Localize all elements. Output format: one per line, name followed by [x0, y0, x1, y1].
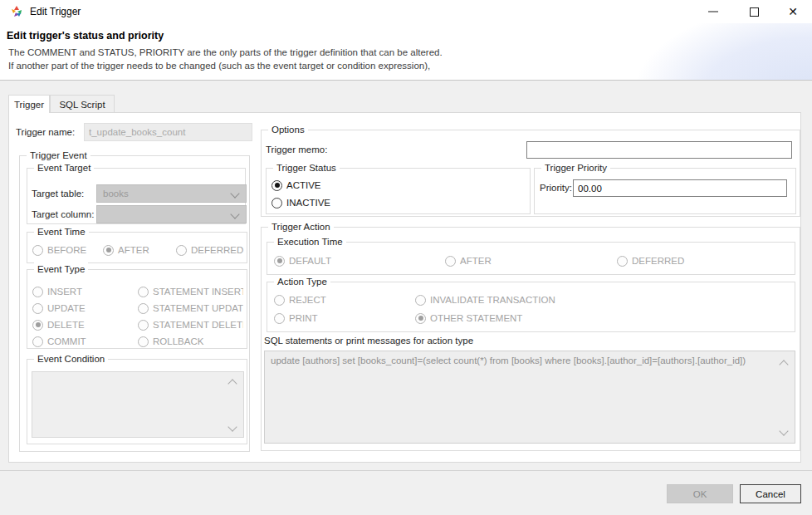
target-table-select[interactable]: books	[96, 184, 247, 203]
radio-label: ROLLBACK	[153, 336, 203, 346]
tab-sql-script[interactable]: SQL Script	[50, 95, 115, 113]
header-description-line2: If another part of the trigger needs to …	[8, 61, 430, 71]
event-target-group-title: Event Target	[34, 161, 94, 174]
dialog-header: Edit trigger's status and priority The C…	[0, 23, 812, 81]
edit-trigger-dialog: Edit Trigger ✕ Edit trigger's status and…	[0, 0, 812, 515]
radio-circle	[138, 303, 149, 314]
radio-label: UPDATE	[47, 303, 86, 313]
scroll-down-icon[interactable]	[779, 426, 788, 435]
radio-label: DEFERRED	[191, 245, 243, 255]
trigger-action-group-title: Trigger Action	[268, 220, 334, 233]
sql-statements-textarea[interactable]: update [authors] set [books_count]=(sele…	[264, 351, 795, 444]
event-time-group-title: Event Time	[34, 225, 89, 238]
radio-label: BEFORE	[47, 245, 86, 255]
radio-label: AFTER	[118, 245, 149, 255]
radio-event-type-update[interactable]: UPDATE	[32, 302, 86, 315]
window-title: Edit Trigger	[30, 0, 81, 23]
target-column-select[interactable]	[96, 205, 247, 223]
options-group: Options Trigger memo: Trigger Status ACT…	[261, 130, 800, 217]
radio-circle	[271, 198, 282, 208]
trigger-status-group: Trigger Status ACTIVE INACTIVE	[266, 168, 531, 214]
radio-execution-deferred[interactable]: DEFERRED	[617, 254, 684, 267]
radio-label: ACTIVE	[286, 180, 321, 190]
radio-action-other-statement[interactable]: OTHER STATEMENT	[415, 311, 522, 325]
close-icon: ✕	[788, 6, 798, 17]
radio-circle	[617, 256, 628, 267]
execution-time-group: Execution Time DEFAULT AFTER DEFERRED	[267, 242, 795, 275]
radio-action-reject[interactable]: REJECT	[274, 293, 326, 307]
radio-circle	[274, 313, 285, 324]
radio-event-type-commit[interactable]: COMMIT	[32, 335, 86, 348]
chevron-down-icon	[230, 189, 239, 198]
ok-button-label: OK	[693, 489, 707, 499]
chevron-down-icon	[230, 209, 239, 218]
radio-circle	[415, 313, 426, 324]
radio-circle	[138, 320, 149, 331]
event-type-group: Event Type INSERT UPDATE DELETE COMMIT	[27, 269, 247, 349]
radio-label: REJECT	[289, 295, 326, 305]
radio-circle	[271, 180, 282, 191]
event-condition-textarea[interactable]	[32, 371, 244, 438]
radio-circle	[445, 256, 456, 267]
cancel-button[interactable]: Cancel	[740, 484, 801, 503]
radio-circle	[32, 320, 43, 331]
maximize-icon	[750, 7, 759, 17]
header-gradient-decoration	[555, 23, 812, 80]
radio-circle	[138, 336, 149, 347]
scroll-down-icon[interactable]	[227, 422, 237, 431]
radio-label: INACTIVE	[286, 198, 330, 208]
trigger-action-group: Trigger Action Execution Time DEFAULT AF…	[261, 227, 800, 451]
radio-status-inactive[interactable]: INACTIVE	[271, 196, 330, 209]
radio-circle	[176, 245, 187, 256]
radio-event-time-deferred[interactable]: DEFERRED	[176, 243, 243, 257]
minimize-button[interactable]	[699, 0, 727, 23]
priority-label: Priority:	[540, 179, 572, 197]
radio-event-type-statement-update[interactable]: STATEMENT UPDATE	[138, 302, 243, 315]
radio-event-time-after[interactable]: AFTER	[103, 243, 149, 257]
target-table-label: Target table:	[32, 184, 84, 203]
trigger-name-label: Trigger name:	[16, 123, 75, 141]
tab-trigger[interactable]: Trigger	[8, 95, 50, 113]
trigger-memo-input[interactable]	[526, 141, 792, 159]
event-condition-group: Event Condition	[27, 359, 247, 444]
radio-label: AFTER	[460, 256, 492, 266]
radio-label: INSERT	[47, 287, 82, 297]
radio-circle	[138, 287, 149, 297]
radio-action-invalidate-transaction[interactable]: INVALIDATE TRANSACTION	[415, 293, 555, 307]
radio-circle	[415, 295, 426, 306]
radio-event-type-rollback[interactable]: ROLLBACK	[138, 335, 243, 348]
close-button[interactable]: ✕	[779, 0, 807, 23]
radio-circle	[32, 336, 43, 347]
action-type-group-title: Action Type	[274, 275, 330, 288]
radio-circle	[274, 295, 285, 306]
maximize-button[interactable]	[740, 0, 768, 23]
scroll-up-icon[interactable]	[227, 379, 237, 388]
radio-event-type-statement-delete[interactable]: STATEMENT DELETE	[138, 318, 243, 331]
target-column-label: Target column:	[32, 205, 94, 223]
radio-status-active[interactable]: ACTIVE	[271, 179, 321, 192]
minimize-icon	[708, 11, 718, 12]
tab-sql-script-label: SQL Script	[59, 100, 105, 110]
radio-circle	[32, 287, 43, 297]
radio-event-type-statement-insert[interactable]: STATEMENT INSERT	[138, 285, 243, 298]
radio-label: PRINT	[289, 313, 318, 323]
radio-execution-after[interactable]: AFTER	[445, 254, 492, 267]
sql-statements-text: update [authors] set [books_count]=(sele…	[271, 356, 746, 365]
trigger-priority-group-title: Trigger Priority	[541, 161, 610, 174]
radio-execution-default[interactable]: DEFAULT	[274, 254, 331, 267]
trigger-name-input[interactable]	[84, 123, 252, 141]
event-target-group: Event Target Target table: books Target …	[27, 168, 246, 224]
radio-circle	[103, 245, 114, 256]
event-type-group-title: Event Type	[34, 262, 88, 276]
radio-label: DELETE	[47, 320, 85, 330]
radio-event-type-delete[interactable]: DELETE	[32, 318, 85, 331]
priority-input[interactable]	[573, 179, 787, 197]
radio-event-type-insert[interactable]: INSERT	[32, 285, 82, 298]
radio-action-print[interactable]: PRINT	[274, 311, 318, 325]
radio-event-time-before[interactable]: BEFORE	[32, 243, 86, 257]
action-type-group: Action Type REJECT PRINT INVALIDATE TRAN…	[267, 282, 795, 332]
footer-separator	[0, 470, 812, 471]
ok-button[interactable]: OK	[667, 484, 733, 503]
radio-circle	[32, 303, 43, 314]
scroll-up-icon[interactable]	[779, 360, 788, 369]
